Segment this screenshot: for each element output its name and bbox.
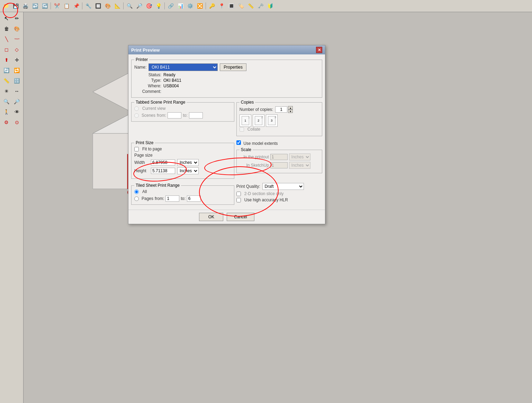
left-icon-paint[interactable]: 🎨 xyxy=(12,24,22,34)
left-icon-dimension[interactable]: ↔ xyxy=(12,86,22,96)
left-icon-line[interactable]: ╲ xyxy=(2,34,11,44)
pages-row: Pages from: to: xyxy=(134,195,231,202)
left-icon-scale2[interactable]: 🔁 xyxy=(12,65,22,75)
collate-checkbox[interactable] xyxy=(240,127,244,132)
toolbar-icon-27[interactable]: 🔰 xyxy=(265,1,274,10)
print-size-scale-section: Print Size Fit to page Page size Width I… xyxy=(131,140,322,181)
spin-up-button[interactable]: ▲ xyxy=(288,106,293,109)
toolbar-icon-2[interactable]: 💾 xyxy=(11,1,20,10)
to-label: to: xyxy=(183,113,187,118)
height-input[interactable] xyxy=(151,168,175,174)
toolbar-icon-1[interactable]: 📁 xyxy=(1,1,10,10)
printer-name-row: Name: OKI B411 Properties xyxy=(134,63,319,71)
fit-to-page-checkbox[interactable] xyxy=(134,147,139,151)
print-quality-select[interactable]: Draft Standard High xyxy=(262,183,304,190)
left-icon-move[interactable]: ✛ xyxy=(12,55,22,65)
width-label: Width xyxy=(134,160,149,165)
toolbar-icon-23[interactable]: 🔳 xyxy=(227,1,236,10)
left-icon-arc[interactable]: 〰 xyxy=(12,34,22,44)
left-icon-pencil[interactable]: ✏ xyxy=(12,14,22,23)
copies-input[interactable] xyxy=(275,106,287,113)
high-accuracy-checkbox[interactable] xyxy=(236,198,241,202)
left-icon-lookaround[interactable]: 👁 xyxy=(12,107,22,117)
width-input[interactable] xyxy=(151,159,175,166)
section-slice-label: 2-D section slice only xyxy=(244,191,283,196)
current-view-radio[interactable] xyxy=(134,106,139,111)
in-sketchup-label: In SketchUp xyxy=(240,163,269,168)
toolbar-icon-11[interactable]: 🎨 xyxy=(103,1,112,10)
scale-col: Use model extents Scale In the printout … xyxy=(236,140,322,181)
toolbar-icon-18[interactable]: 📊 xyxy=(176,1,185,10)
left-icon-erase[interactable]: 🗑 xyxy=(2,24,11,34)
in-printout-select[interactable]: Inches mm cm Feet xyxy=(289,154,310,160)
toolbar-icon-3[interactable]: 🖨️ xyxy=(21,1,30,10)
height-row: Height Inches mm cm xyxy=(134,167,231,174)
toolbar-icon-16[interactable]: 💡 xyxy=(154,1,163,10)
left-icon-offset[interactable]: ⊙ xyxy=(12,117,22,127)
section-slice-checkbox[interactable] xyxy=(236,192,241,196)
scenes-to-input[interactable]: 1 xyxy=(189,112,203,119)
left-icon-tape[interactable]: 📏 xyxy=(2,76,11,86)
left-icon-text[interactable]: 🔠 xyxy=(12,76,22,86)
left-icon-section[interactable]: ⚙ xyxy=(2,117,11,127)
toolbar-icon-7[interactable]: 📋 xyxy=(62,1,71,10)
use-model-checkbox[interactable] xyxy=(236,140,241,145)
ok-button[interactable]: OK xyxy=(199,213,223,221)
all-radio[interactable] xyxy=(134,190,139,194)
scenes-radio[interactable] xyxy=(134,113,139,118)
left-icon-rotate[interactable]: 🔄 xyxy=(2,65,11,75)
toolbar-icon-24[interactable]: 🏷️ xyxy=(236,1,245,10)
spinner-arrows: ▲ ▼ xyxy=(288,106,293,113)
tiled-sheet-col: Tiled Sheet Print Range All Pages from: … xyxy=(131,183,234,207)
height-unit-select[interactable]: Inches mm cm xyxy=(177,167,199,174)
left-icon-orbit[interactable]: 🔍 xyxy=(2,97,11,106)
toolbar-icon-10[interactable]: 🔲 xyxy=(93,1,102,10)
toolbar-icon-5[interactable]: ↪️ xyxy=(40,1,49,10)
in-sketchup-row: In SketchUp Inches mm cm Feet xyxy=(240,162,319,169)
left-icon-axes[interactable]: ✳ xyxy=(2,86,11,96)
toolbar-icon-19[interactable]: ⚙️ xyxy=(186,1,195,10)
toolbar-icon-26[interactable]: 🗝️ xyxy=(256,1,265,10)
printer-name-select[interactable]: OKI B411 xyxy=(148,63,218,71)
width-unit-select[interactable]: Inches mm cm xyxy=(177,159,199,166)
copies-icons: 1 1 2 2 3 3 xyxy=(240,114,319,127)
left-icon-push[interactable]: ⬆ xyxy=(2,55,11,65)
middle-section: Tabbed Scene Print Range Current view Sc… xyxy=(131,100,322,138)
status-row: Status: Ready xyxy=(134,72,319,77)
left-icon-pan[interactable]: 🔎 xyxy=(12,97,22,106)
print-preview-dialog: Print Preview ✕ Printer Name: OKI B411 P… xyxy=(128,45,325,224)
toolbar-icon-12[interactable]: 📐 xyxy=(113,1,122,10)
scenes-from-input[interactable]: 1 xyxy=(168,112,181,119)
in-sketchup-select[interactable]: Inches mm cm Feet xyxy=(289,162,310,169)
left-icon-walk[interactable]: 🚶 xyxy=(2,107,11,117)
tiled-to-input[interactable] xyxy=(187,195,201,202)
cancel-button[interactable]: Cancel xyxy=(227,213,254,221)
width-row: Width Inches mm cm xyxy=(134,159,231,166)
in-printout-input[interactable] xyxy=(270,154,288,160)
properties-button[interactable]: Properties xyxy=(220,63,246,71)
toolbar-icon-25[interactable]: 📏 xyxy=(246,1,255,10)
toolbar-icon-4[interactable]: ↩️ xyxy=(30,1,39,10)
in-sketchup-input[interactable] xyxy=(270,162,288,168)
left-icon-shape[interactable]: ◇ xyxy=(12,45,22,54)
toolbar-icon-8[interactable]: 📌 xyxy=(72,1,81,10)
toolbar-icon-13[interactable]: 🔍 xyxy=(125,1,134,10)
where-row: Where: USB004 xyxy=(134,84,319,88)
toolbar-icon-15[interactable]: 🎯 xyxy=(144,1,153,10)
left-icon-cursor[interactable]: ↖ xyxy=(2,14,11,23)
current-view-label: Current view xyxy=(142,106,165,111)
spin-down-button[interactable]: ▼ xyxy=(288,109,293,113)
toolbar-icon-21[interactable]: 🔑 xyxy=(207,1,216,10)
toolbar-icon-9[interactable]: 🔧 xyxy=(84,1,93,10)
left-icon-rect[interactable]: ◻ xyxy=(2,45,11,54)
toolbar-icon-17[interactable]: 🔗 xyxy=(166,1,175,10)
toolbar-icon-20[interactable]: 🔀 xyxy=(195,1,204,10)
name-label: Name: xyxy=(134,65,146,70)
pages-radio[interactable] xyxy=(134,196,139,201)
toolbar-icon-6[interactable]: ✂️ xyxy=(52,1,61,10)
toolbar-icon-22[interactable]: 📍 xyxy=(217,1,226,10)
dialog-close-button[interactable]: ✕ xyxy=(316,47,322,53)
toolbar-icon-14[interactable]: 🔎 xyxy=(135,1,144,10)
tiled-from-input[interactable] xyxy=(165,195,179,202)
dialog-title: Print Preview xyxy=(131,47,160,53)
